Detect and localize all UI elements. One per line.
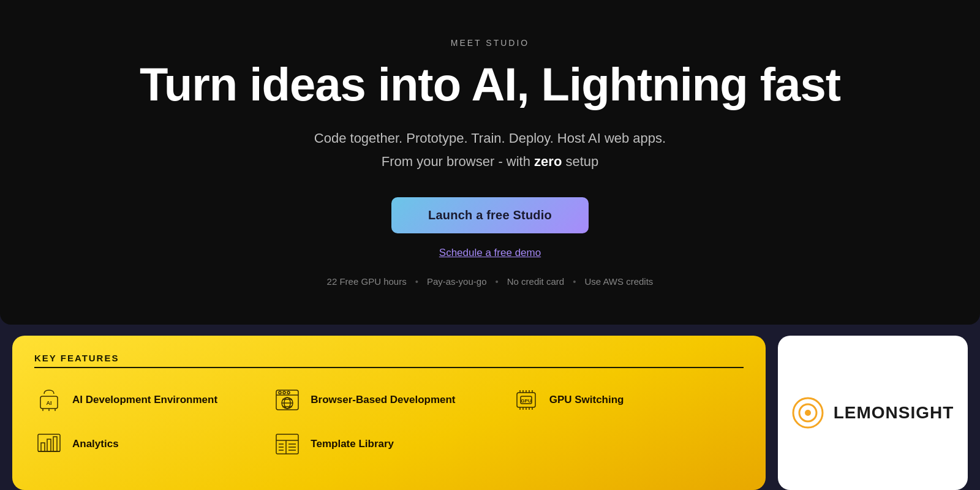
hero-subtitle-line1: Code together. Prototype. Train. Deploy.…	[314, 127, 666, 149]
hero-subtitle-line2-post: setup	[562, 154, 598, 169]
feature-gpu-switching: GPU GPU Switching	[511, 385, 744, 415]
svg-text:GPU: GPU	[521, 398, 532, 404]
feature-ai-dev-env: AI AI Development Environment	[34, 385, 266, 415]
feature-ai-dev-env-label: AI Development Environment	[72, 394, 217, 406]
launch-studio-button[interactable]: Launch a free Studio	[391, 197, 589, 233]
perk-payg: Pay-as-you-go	[427, 276, 487, 287]
schedule-demo-link[interactable]: Schedule a free demo	[439, 247, 541, 259]
feature-browser-dev: Browser-Based Development	[273, 385, 505, 415]
hero-subtitle-line2-pre: From your browser - with	[382, 154, 534, 169]
lemonsight-card: LEMONSIGHT	[778, 336, 968, 490]
lemonsight-logo-icon	[792, 397, 824, 429]
dot-1: •	[415, 276, 418, 287]
svg-text:AI: AI	[47, 400, 52, 406]
perks-row: 22 Free GPU hours • Pay-as-you-go • No c…	[327, 276, 654, 287]
lemonsight-name: LEMONSIGHT	[834, 403, 954, 423]
ai-dev-icon: AI	[34, 385, 64, 415]
perk-gpu: 22 Free GPU hours	[327, 276, 407, 287]
hero-subtitle: Code together. Prototype. Train. Deploy.…	[314, 127, 666, 173]
svg-point-8	[283, 391, 285, 394]
svg-rect-32	[53, 437, 57, 451]
features-card: KEY FEATURES AI AI Development Environme…	[12, 336, 766, 490]
analytics-svg	[36, 431, 62, 458]
bottom-row: KEY FEATURES AI AI Development Environme…	[0, 325, 980, 490]
svg-rect-31	[47, 439, 51, 451]
dot-3: •	[573, 276, 576, 287]
svg-point-44	[805, 410, 811, 416]
browser-svg	[274, 386, 301, 413]
gpu-svg: GPU	[513, 386, 540, 413]
gpu-icon: GPU	[511, 385, 541, 415]
hero-subtitle-zero: zero	[534, 154, 562, 169]
svg-point-7	[279, 391, 281, 394]
svg-rect-30	[41, 443, 45, 451]
perk-no-cc: No credit card	[507, 276, 564, 287]
feature-browser-dev-label: Browser-Based Development	[311, 394, 455, 406]
template-icon	[273, 429, 302, 459]
analytics-icon	[34, 429, 64, 459]
feature-template-library-label: Template Library	[311, 438, 394, 450]
dot-2: •	[495, 276, 498, 287]
feature-analytics: Analytics	[34, 429, 266, 459]
ai-dev-svg: AI	[36, 386, 62, 413]
browser-icon	[273, 385, 302, 415]
features-grid: AI AI Development Environment	[34, 385, 744, 459]
feature-template-library: Template Library	[273, 429, 505, 459]
hero-title: Turn ideas into AI, Lightning fast	[140, 59, 840, 110]
template-svg	[274, 431, 301, 458]
svg-point-9	[287, 391, 290, 394]
key-features-label: KEY FEATURES	[34, 353, 744, 368]
hero-eyebrow: MEET STUDIO	[451, 38, 529, 48]
hero-section: MEET STUDIO Turn ideas into AI, Lightnin…	[0, 0, 980, 325]
hero-subtitle-line2: From your browser - with zero setup	[314, 150, 666, 173]
perk-aws: Use AWS credits	[584, 276, 653, 287]
feature-analytics-label: Analytics	[72, 438, 119, 450]
feature-gpu-switching-label: GPU Switching	[549, 394, 624, 406]
